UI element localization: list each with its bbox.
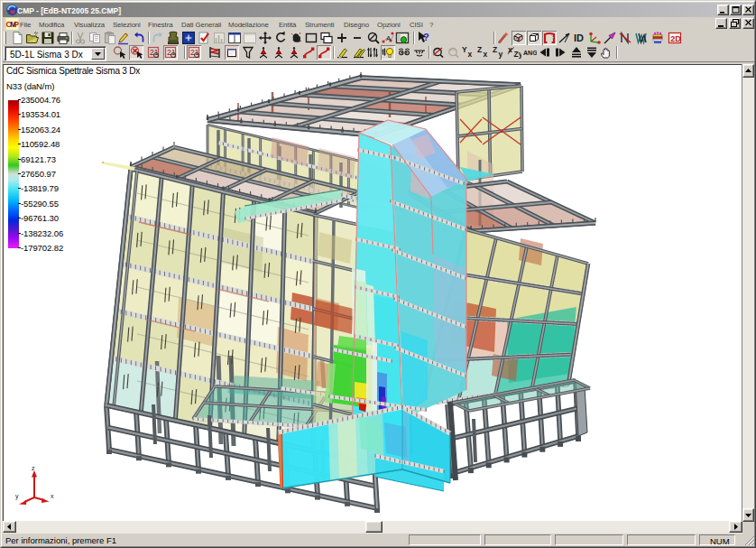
svg-text:Z: Z <box>477 45 482 54</box>
svg-text:x: x <box>508 45 512 54</box>
svg-text:Zy: Zy <box>514 50 521 59</box>
svg-text:A: A <box>386 34 392 42</box>
svg-text:P: P <box>14 20 19 29</box>
svg-text:ANG: ANG <box>523 50 537 57</box>
svg-text:y: y <box>15 493 19 500</box>
svg-text:x: x <box>468 50 473 59</box>
svg-text:ID: ID <box>574 33 584 43</box>
svg-text:z: z <box>32 466 35 471</box>
svg-text:y: y <box>499 50 503 59</box>
svg-text:x: x <box>484 50 488 59</box>
svg-text:Y: Y <box>462 45 467 54</box>
svg-text:x: x <box>51 493 54 499</box>
svg-text:M: M <box>10 8 14 14</box>
svg-text:Z: Z <box>493 45 497 54</box>
svg-text:2D: 2D <box>670 34 681 43</box>
svg-text:?: ? <box>423 32 429 42</box>
